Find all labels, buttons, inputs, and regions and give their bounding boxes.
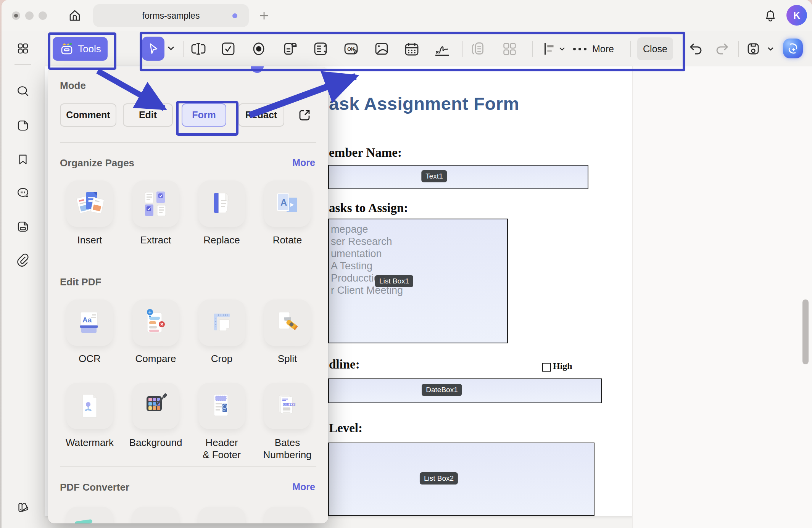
- converter-tile[interactable]: [132, 507, 179, 523]
- redo-button[interactable]: [713, 40, 732, 58]
- crop-label: Crop: [188, 353, 256, 365]
- list-item[interactable]: umentation: [331, 248, 507, 260]
- traffic-light-minimize[interactable]: [25, 11, 34, 20]
- bates-glyph: 000123: [283, 402, 296, 407]
- list-box2-badge: List Box2: [420, 472, 458, 485]
- image-field-tool[interactable]: [372, 39, 392, 59]
- mode-heading: Mode: [60, 80, 86, 92]
- notifications-bell-icon[interactable]: [763, 8, 778, 23]
- mode-comment-button[interactable]: Comment: [60, 103, 116, 127]
- more-dots-icon: [578, 48, 581, 50]
- close-button[interactable]: Close: [637, 37, 673, 60]
- datebox1-field[interactable]: [328, 378, 602, 403]
- header-footer-label: Header& Footer: [188, 436, 256, 461]
- mode-form-label: Form: [192, 109, 216, 121]
- tools-box-icon: [59, 42, 74, 56]
- avatar[interactable]: K: [786, 5, 807, 26]
- mode-form-button[interactable]: Form: [182, 103, 226, 127]
- converter-tile[interactable]: [198, 507, 245, 523]
- grid-icon[interactable]: [16, 42, 30, 55]
- ocr-tile[interactable]: Aa: [66, 299, 113, 346]
- ai-assistant-button[interactable]: [783, 39, 803, 58]
- combo-box-field-tool[interactable]: [280, 39, 300, 59]
- list-box1-badge: List Box1: [375, 275, 413, 287]
- extract-tile[interactable]: [132, 180, 179, 227]
- list-item[interactable]: A Testing: [331, 260, 507, 272]
- list-item[interactable]: r Client Meeting: [331, 284, 507, 296]
- mode-edit-label: Edit: [139, 109, 157, 121]
- background-label: Background: [122, 436, 190, 449]
- converter-tile[interactable]: [264, 507, 311, 523]
- tools-panel: Mode Comment Edit Form Redact Organize P…: [48, 67, 328, 523]
- bookmark-icon[interactable]: [16, 153, 29, 166]
- undo-button[interactable]: [686, 40, 705, 58]
- save-button[interactable]: [744, 39, 763, 58]
- rotate-glyph: A: [280, 197, 287, 208]
- select-cursor-tool[interactable]: [142, 37, 164, 61]
- mode-redact-button[interactable]: Redact: [238, 103, 284, 127]
- text-field-tool[interactable]: [188, 39, 208, 59]
- traffic-light-close[interactable]: [12, 11, 20, 20]
- organize-more-link[interactable]: More: [292, 157, 315, 168]
- form-page-icon[interactable]: [16, 220, 30, 233]
- tasks-label: asks to Assign:: [329, 201, 408, 215]
- date-field-tool[interactable]: [402, 39, 422, 59]
- signature-field-tool[interactable]: [432, 39, 452, 59]
- ocr-label: OCR: [56, 353, 124, 365]
- tools-button[interactable]: Tools: [53, 37, 108, 61]
- open-in-window-icon[interactable]: [295, 106, 314, 124]
- insert-label: Insert: [56, 234, 124, 246]
- app-window: forms-samples K Tools: [2, 0, 812, 528]
- alignment-chevron-icon[interactable]: [558, 44, 566, 53]
- document-tab[interactable]: forms-samples: [93, 4, 249, 27]
- list-box2-field[interactable]: [328, 443, 594, 516]
- split-tile[interactable]: [264, 299, 311, 346]
- select-tool-chevron-icon[interactable]: [166, 43, 176, 53]
- more-dots-icon: [584, 48, 586, 50]
- search-icon[interactable]: [16, 84, 30, 99]
- replace-tile[interactable]: [198, 180, 245, 227]
- list-item[interactable]: ser Research: [331, 235, 507, 248]
- high-checkbox[interactable]: [542, 363, 551, 372]
- list-item[interactable]: Producction: [331, 272, 507, 284]
- doc-title: ask Assignment Form: [329, 93, 519, 114]
- push-button-field-tool[interactable]: OK: [341, 39, 361, 59]
- tools-label: Tools: [78, 43, 101, 55]
- radio-field-tool[interactable]: [249, 39, 269, 59]
- save-chevron-icon[interactable]: [765, 44, 775, 53]
- toolbar-more-button[interactable]: More: [573, 40, 614, 58]
- text1-field[interactable]: [328, 165, 588, 189]
- swatches-icon[interactable]: [16, 501, 30, 514]
- comments-icon[interactable]: [16, 186, 30, 200]
- converter-more-link[interactable]: More: [292, 481, 315, 493]
- pages-icon[interactable]: [16, 119, 30, 132]
- list-box1-field[interactable]: mepage ser Research umentation A Testing…: [328, 219, 508, 343]
- extract-label: Extract: [122, 234, 190, 246]
- crop-tile[interactable]: [198, 299, 245, 346]
- mode-edit-button[interactable]: Edit: [123, 103, 173, 127]
- ai-swirl-icon: [786, 41, 800, 56]
- bates-numbering-tile[interactable]: 000123: [264, 383, 311, 429]
- close-label: Close: [643, 43, 667, 55]
- desktop-edge: [0, 0, 2, 528]
- alignment-tool[interactable]: [540, 39, 559, 59]
- converter-tile[interactable]: [66, 507, 113, 523]
- home-icon[interactable]: [68, 8, 82, 23]
- pdf-converter-heading: PDF Converter: [60, 481, 129, 493]
- insert-tile[interactable]: [66, 180, 113, 227]
- watermark-tile[interactable]: [66, 383, 113, 429]
- left-rail: [2, 31, 45, 528]
- attachment-icon[interactable]: [16, 253, 30, 267]
- traffic-light-zoom[interactable]: [39, 11, 47, 20]
- watermark-label: Watermark: [56, 436, 124, 449]
- header-footer-tile[interactable]: [198, 383, 245, 429]
- mode-comment-label: Comment: [66, 109, 110, 121]
- compare-tile[interactable]: [132, 299, 179, 346]
- rotate-tile[interactable]: A: [264, 180, 311, 227]
- vertical-scrollbar[interactable]: [802, 299, 809, 364]
- background-tile[interactable]: [132, 383, 179, 429]
- new-tab-button[interactable]: [256, 8, 272, 23]
- list-box-field-tool[interactable]: [311, 39, 330, 59]
- list-item[interactable]: mepage: [331, 223, 507, 235]
- checkbox-field-tool[interactable]: [218, 39, 238, 59]
